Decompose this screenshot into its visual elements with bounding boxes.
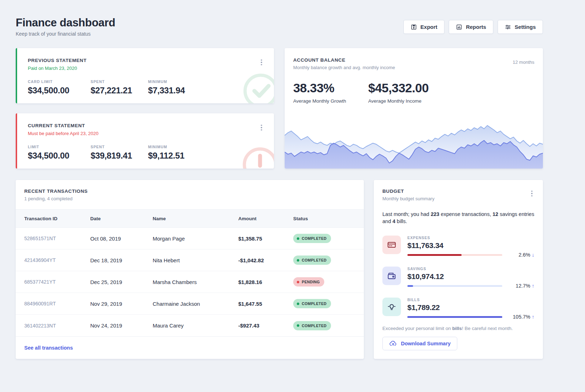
cell-amount: $1,647.55 <box>238 301 293 307</box>
previous-statement-status: Paid on March 23, 2020 <box>28 66 263 71</box>
export-button[interactable]: Export <box>403 20 445 34</box>
table-row: 528651571NT Oct 08, 2019 Morgan Page $1,… <box>16 228 364 249</box>
arrow-up-icon: ↑ <box>532 314 534 320</box>
stat-value: 38.33% <box>293 81 346 95</box>
status-badge: COMPLETED <box>293 256 331 265</box>
status-label: PENDING <box>302 280 320 284</box>
stat-label: CARD LIMIT <box>28 79 91 84</box>
stat-value: $45,332.00 <box>368 81 428 95</box>
stat-label: LIMIT <box>28 145 91 149</box>
cell-transaction-id: 884960091RT <box>24 301 90 306</box>
stat-label: MINIMUM <box>148 145 184 149</box>
cell-transaction-id: 528651571NT <box>24 236 90 241</box>
status-badge: COMPLETED <box>293 234 331 243</box>
stat-label: SPENT <box>91 145 148 149</box>
previous-statement-card: PREVIOUS STATEMENT Paid on March 23, 202… <box>16 48 274 103</box>
budget-item-value: $1,789.22 <box>407 303 502 312</box>
stat-value: $39,819.41 <box>91 151 148 161</box>
budget-warning-text: Exceeded your personal limit on bills! B… <box>382 326 534 331</box>
cell-amount: $1,358.75 <box>238 236 293 242</box>
budget-summary-text: Last month; you had 223 expense transact… <box>382 211 534 225</box>
see-all-transactions-link[interactable]: See all transactions <box>24 345 73 351</box>
status-dot-icon <box>297 303 299 305</box>
stat-spent: SPENT $39,819.41 <box>91 145 148 161</box>
budget-item-value: $11,763.34 <box>407 241 502 250</box>
status-dot-icon <box>297 324 299 327</box>
account-balance-stats: 38.33% Average Monthly Growth $45,332.00… <box>285 70 543 104</box>
account-balance-subtitle: Monthly balance growth and avg. monthly … <box>293 65 534 70</box>
reports-button[interactable]: Reports <box>449 20 493 34</box>
check-circle-icon <box>241 71 274 103</box>
budget-card: BUDGET Monthly budget summary Last month… <box>374 180 543 359</box>
cell-transaction-id: 421436904YT <box>24 257 90 263</box>
stat-label: SPENT <box>91 79 148 84</box>
status-label: COMPLETED <box>302 301 327 306</box>
current-statement-menu-kebab-icon[interactable] <box>258 123 265 132</box>
reports-button-label: Reports <box>466 24 486 30</box>
budget-subtitle: Monthly budget summary <box>382 196 534 201</box>
bills-change: 105.7% ↑ <box>513 314 534 320</box>
download-summary-button[interactable]: Download Summary <box>382 337 457 350</box>
current-statement-card: CURRENT STATEMENT Must be paid before Ap… <box>16 113 274 169</box>
lightbulb-icon <box>382 298 401 316</box>
cell-name: Nita Hebert <box>153 257 238 263</box>
status-dot-icon <box>297 281 299 283</box>
header-actions: Export Reports Settings <box>403 20 543 34</box>
budget-menu-kebab-icon[interactable] <box>528 189 536 198</box>
column-header-date: Date <box>90 216 153 221</box>
stat-label: Average Monthly Income <box>368 98 428 104</box>
budget-item-label: EXPENSES <box>407 236 502 240</box>
cell-amount: $1,828.16 <box>238 279 293 285</box>
status-badge: COMPLETED <box>293 321 331 330</box>
stat-label: Average Monthly Growth <box>293 98 346 104</box>
transactions-table: Transaction ID Date Name Amount Status 5… <box>16 209 364 336</box>
cell-name: Maura Carey <box>153 323 238 329</box>
bills-progress-bar <box>407 316 502 318</box>
recent-transactions-card: RECENT TRANSACTIONS 1 pending, 4 complet… <box>16 180 364 359</box>
cell-date: Dec 25, 2019 <box>90 279 153 285</box>
stat-value: $27,221.21 <box>91 86 148 96</box>
export-button-label: Export <box>421 24 438 30</box>
balance-area-chart <box>285 113 543 169</box>
current-statement-stats: LIMIT $34,500.00 SPENT $39,819.41 MINIMU… <box>28 145 263 161</box>
status-badge: PENDING <box>293 277 324 287</box>
stat-value: $34,500.00 <box>28 86 91 96</box>
previous-statement-menu-kebab-icon[interactable] <box>258 58 265 67</box>
stat-minimum: MINIMUM $7,331.94 <box>148 79 185 96</box>
arrow-up-icon: ↑ <box>532 283 534 289</box>
stat-value: $34,500.00 <box>28 151 91 161</box>
settings-icon <box>505 24 511 30</box>
cell-name: Morgan Page <box>153 236 238 242</box>
budget-item-expenses: EXPENSES $11,763.34 2.6% ↓ <box>382 236 534 256</box>
table-row: 361402213NT Nov 24, 2019 Maura Carey -$9… <box>16 315 364 336</box>
expenses-progress-bar <box>407 254 502 256</box>
reports-icon <box>456 24 462 30</box>
cell-name: Charmaine Jackson <box>153 301 238 307</box>
cell-amount: -$1,042.82 <box>238 257 293 263</box>
status-label: COMPLETED <box>302 236 327 241</box>
settings-button[interactable]: Settings <box>498 20 543 34</box>
previous-statement-stats: CARD LIMIT $34,500.00 SPENT $27,221.21 M… <box>28 79 263 96</box>
transactions-title: RECENT TRANSACTIONS <box>24 189 355 194</box>
status-label: COMPLETED <box>302 324 327 328</box>
column-header-name: Name <box>153 216 238 221</box>
table-row: 884960091RT Nov 29, 2019 Charmaine Jacks… <box>16 293 364 315</box>
transactions-subtitle: 1 pending, 4 completed <box>24 196 355 201</box>
stat-average-monthly-income: $45,332.00 Average Monthly Income <box>368 81 428 104</box>
export-icon <box>411 24 417 30</box>
cell-date: Dec 18, 2019 <box>90 257 153 263</box>
arrow-down-icon: ↓ <box>532 252 534 258</box>
current-statement-title: CURRENT STATEMENT <box>28 123 263 128</box>
budget-item-bills: BILLS $1,789.22 105.7% ↑ <box>382 298 534 318</box>
cell-amount: -$927.43 <box>238 323 293 329</box>
cell-name: Marsha Chambers <box>153 279 238 285</box>
wallet-icon <box>382 267 401 285</box>
account-balance-title: ACCOUNT BALANCE <box>293 57 534 63</box>
status-dot-icon <box>297 259 299 262</box>
status-label: COMPLETED <box>302 258 327 262</box>
cell-transaction-id: 685377421YT <box>24 279 90 285</box>
expenses-change: 2.6% ↓ <box>519 252 534 258</box>
budget-item-label: SAVINGS <box>407 267 502 271</box>
page-title: Finance dashboard <box>16 16 115 29</box>
status-badge: COMPLETED <box>293 299 331 308</box>
